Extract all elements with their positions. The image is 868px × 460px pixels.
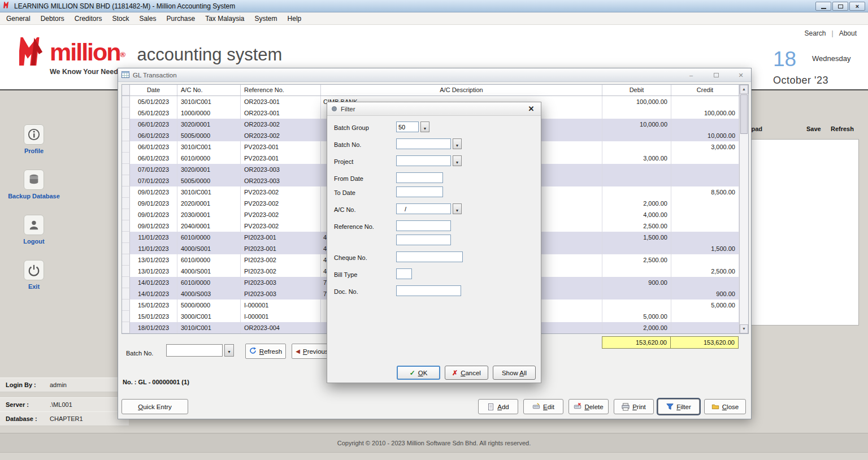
main-titlebar[interactable]: LEARNING MILLION SDN BHD (1181482-M) - M… [0, 0, 868, 12]
batch-no-filter-dropdown[interactable]: ▼ [453, 138, 462, 149]
cell-ac: 3010/C001 [177, 96, 241, 107]
ac-no-dropdown[interactable]: ▼ [453, 203, 462, 214]
add-button[interactable]: Add [478, 399, 518, 414]
filter-label: Filter [676, 403, 691, 410]
copyright-text: Copyright © 2010 - 2023 Million Software… [337, 440, 531, 446]
menu-item-help[interactable]: Help [283, 12, 307, 25]
login-by-label: Login By : [6, 381, 36, 388]
ac-no-input[interactable] [396, 203, 451, 214]
gl-minimize-button[interactable]: – [687, 72, 696, 79]
column-ac-no[interactable]: A/C No. [177, 85, 241, 96]
close-window-button[interactable]: Close [704, 399, 746, 414]
total-debit: 153,620.00 [602, 336, 671, 349]
cell-sel [122, 232, 130, 243]
bill-type-input[interactable] [396, 268, 412, 279]
cell-ac: 4000/S001 [177, 266, 241, 277]
cell-credit: 1,500.00 [671, 243, 739, 254]
filter-dialog-titlebar[interactable]: Filter ✕ [327, 102, 541, 116]
filter-button[interactable]: Filter [658, 399, 700, 414]
cell-date: 07/01/2023 [130, 175, 177, 186]
menu-item-tax-malaysia[interactable]: Tax Malaysia [200, 12, 249, 25]
cell-sel [122, 243, 130, 254]
cell-credit [671, 119, 739, 130]
record-number: No. : GL - 00000001 (1) [123, 379, 189, 385]
notepad-refresh-button[interactable]: Refresh [831, 125, 854, 132]
project-dropdown[interactable]: ▼ [453, 155, 462, 166]
cell-ac: 6010/0000 [177, 232, 241, 243]
cell-ac: 3010/C001 [177, 141, 241, 153]
cell-credit: 2,500.00 [671, 266, 739, 277]
to-date-input[interactable] [396, 186, 443, 197]
batch-group-input[interactable] [396, 121, 419, 132]
cell-ac: 6010/0000 [177, 254, 241, 266]
chevron-down-icon: ▼ [455, 144, 459, 147]
maximize-button[interactable] [832, 2, 848, 11]
menu-item-stock[interactable]: Stock [107, 12, 134, 25]
column-debit[interactable]: Debit [602, 85, 671, 96]
cell-debit: 5,000.00 [602, 311, 671, 322]
sidebar-item-backup-database[interactable]: Backup Database [0, 170, 68, 199]
reference-no-input-2[interactable] [396, 235, 451, 245]
ok-button[interactable]: ✓ OK [397, 366, 440, 380]
edit-button[interactable]: Edit [523, 399, 563, 414]
menu-item-system[interactable]: System [250, 12, 283, 25]
cancel-button[interactable]: ✗ Cancel [445, 366, 488, 380]
reference-no-input[interactable] [396, 220, 451, 231]
menu-item-sales[interactable]: Sales [134, 12, 161, 25]
cell-credit [671, 164, 739, 175]
batch-no-dropdown[interactable]: ▼ [224, 344, 234, 357]
batch-group-dropdown[interactable]: ▼ [420, 121, 429, 132]
sidebar-item-exit[interactable]: Exit [0, 260, 68, 290]
menu-item-purchase[interactable]: Purchase [161, 12, 200, 25]
cell-sel [122, 277, 130, 288]
gl-close-button[interactable]: ✕ [736, 72, 745, 79]
cell-date: 07/01/2023 [130, 164, 177, 175]
column-selector [122, 85, 130, 96]
cell-ref: PI2023-002 [241, 266, 321, 277]
sidebar-item-logout[interactable]: Logout [0, 215, 68, 245]
quick-entry-button[interactable]: Quick Entry [121, 399, 188, 414]
column-credit[interactable]: Credit [671, 85, 739, 96]
project-input[interactable] [396, 155, 451, 166]
column-ac-description[interactable]: A/C Description [321, 85, 602, 96]
column-reference-no[interactable]: Reference No. [241, 85, 321, 96]
gl-titlebar[interactable]: GL Transaction – ✕ [118, 68, 751, 82]
show-all-button[interactable]: Show All [493, 366, 536, 380]
menu-item-debtors[interactable]: Debtors [36, 12, 70, 25]
from-date-input[interactable] [396, 172, 443, 183]
refresh-button[interactable]: Refresh [245, 344, 286, 359]
cell-ac: 1000/0000 [177, 107, 241, 119]
filter-close-icon[interactable]: ✕ [526, 105, 536, 114]
batch-no-input[interactable] [166, 344, 223, 357]
cell-ac: 6010/0000 [177, 277, 241, 288]
gl-restore-button[interactable] [711, 72, 721, 79]
scroll-down-icon[interactable]: ▼ [740, 324, 748, 333]
cell-ref: PV2023-001 [241, 141, 321, 153]
menu-item-general[interactable]: General [1, 12, 36, 25]
batch-no-filter-input[interactable] [396, 138, 451, 149]
cell-ref: PI2023-001 [241, 243, 321, 254]
notepad-content[interactable] [735, 139, 859, 326]
about-link[interactable]: About [839, 29, 857, 37]
print-button[interactable]: Print [614, 399, 654, 414]
notepad-save-button[interactable]: Save [806, 125, 821, 132]
cell-debit: 1,500.00 [602, 232, 671, 243]
delete-button[interactable]: Delete [568, 399, 609, 414]
close-button[interactable]: × [849, 2, 865, 11]
minimize-button[interactable] [815, 2, 831, 11]
cell-ref: PI2023-003 [241, 288, 321, 300]
session-database-row: Database : CHAPTER1 [0, 411, 129, 426]
scroll-up-icon[interactable]: ▲ [740, 85, 748, 94]
cell-sel [122, 130, 130, 141]
scrollbar-thumb[interactable] [740, 94, 748, 134]
vertical-scrollbar[interactable]: ▲ ▼ [739, 85, 748, 333]
cheque-no-input[interactable] [396, 251, 463, 262]
doc-no-input[interactable] [396, 285, 461, 296]
column-date[interactable]: Date [130, 85, 177, 96]
menu-item-creditors[interactable]: Creditors [70, 12, 107, 25]
search-link[interactable]: Search [804, 29, 826, 37]
power-icon [24, 260, 44, 280]
sidebar-item-profile[interactable]: Profile [0, 124, 68, 154]
sidebar-item-label: Backup Database [0, 193, 68, 199]
window-title: LEARNING MILLION SDN BHD (1181482-M) - M… [14, 2, 235, 10]
